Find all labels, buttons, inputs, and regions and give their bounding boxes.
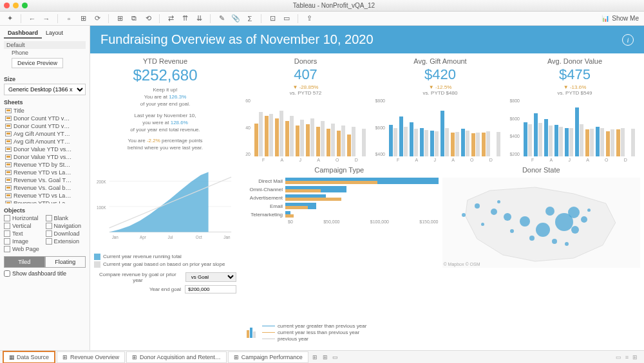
donor-state-map[interactable]: © Mapbox © OSM (442, 178, 641, 268)
toolbar: ✦ ← → ▫ ⊞ ⟳ ⊞ ⧉ ⟲ ⇄ ⇈ ⇊ ✎ 📎 Σ ⊡ ▭ ⇪ 📊 Sh… (0, 12, 644, 26)
rev-l8: behind where you were last year. (94, 144, 236, 151)
sheet-item[interactable]: Revenue YTD vs La… (4, 192, 86, 200)
legend-2: Current year goal based on based on prio… (94, 261, 236, 268)
sheet-item[interactable]: Donor Value YTD vs… (4, 145, 86, 153)
kpi-chart[interactable]: 604020FAJAOD (252, 98, 368, 162)
show-title-checkbox[interactable] (4, 270, 10, 277)
object-item[interactable]: Image (4, 238, 44, 245)
swap-icon[interactable]: ⇄ (166, 14, 175, 23)
new-sheet-icon[interactable]: ⊞ (115, 14, 124, 23)
maximize-icon[interactable] (22, 3, 28, 8)
new-dashboard-icon[interactable]: ⊞ (320, 354, 330, 360)
new-worksheet-icon[interactable]: ⊞ (310, 354, 320, 360)
sheet-icon (5, 193, 12, 198)
yearend-input[interactable] (185, 285, 236, 293)
show-tabs-icon[interactable]: ⊞ (632, 354, 638, 360)
tab-campaign-performance[interactable]: ⊞Campaign Performance (228, 351, 308, 363)
object-item[interactable]: Text (4, 230, 44, 237)
tab-dashboard[interactable]: Dashboard (4, 28, 42, 39)
back-icon[interactable]: ← (28, 14, 37, 23)
device-phone[interactable]: Phone (4, 49, 86, 57)
tiled-button[interactable]: Tiled (4, 256, 45, 268)
tab-donor-acquisition[interactable]: ⊞Donor Acquisition and Retent… (126, 351, 227, 363)
sheet-item[interactable]: Title (4, 107, 86, 115)
dashboard-canvas: Fundraising Overview as of November 10, … (90, 26, 644, 350)
object-item[interactable]: Download (46, 230, 86, 237)
sheet-item[interactable]: Donor Value YTD vs… (4, 153, 86, 161)
device-preview-button[interactable]: Device Preview (12, 58, 63, 68)
rev-l7: You are -2.2% percentage points (94, 137, 236, 144)
compare-label: Compare revenue by goal or prior year (94, 272, 182, 283)
campaign-row[interactable]: Telemarketing (240, 211, 439, 218)
share-icon[interactable]: ⇪ (305, 14, 314, 23)
object-item[interactable]: Vertical (4, 223, 44, 229)
showme-icon[interactable]: 📊 (601, 15, 609, 22)
tab-revenue-overview[interactable]: ⊞Revenue Overview (57, 351, 125, 363)
show-title-label: Show dashboard title (12, 270, 66, 277)
sheet-icon (5, 108, 12, 113)
minimize-icon[interactable] (13, 3, 19, 8)
sheet-item[interactable]: Revenue YTD vs La… (4, 200, 86, 203)
sheet-item[interactable]: Avg Gift Amount YT… (4, 130, 86, 138)
tab-layout[interactable]: Layout (42, 28, 67, 39)
device-default[interactable]: Default (4, 41, 86, 49)
object-icon (4, 238, 10, 245)
sheet-item[interactable]: Revenue YTD vs La… (4, 169, 86, 176)
forward-icon[interactable]: → (42, 14, 51, 23)
bottom-tabs: ▦Data Source ⊞Revenue Overview ⊞Donor Ac… (0, 350, 644, 363)
tab-data-source[interactable]: ▦Data Source (3, 351, 55, 364)
object-item[interactable]: Blank (46, 215, 86, 221)
campaign-row[interactable]: Advertisement (240, 194, 439, 201)
sort-tabs-icon[interactable]: ≡ (625, 354, 629, 360)
sheet-item[interactable]: Revenue YTD by St… (4, 161, 86, 169)
object-item[interactable]: Horizontal (4, 215, 44, 221)
group-icon[interactable]: 📎 (231, 14, 240, 23)
kpi-change: ▼ -13.6% (509, 84, 640, 90)
rev-l2: You are at 126.3% (94, 93, 236, 100)
size-select[interactable]: Generic Desktop (1366 x 7… (4, 84, 86, 95)
campaign-row[interactable]: Direct Mail (240, 178, 439, 184)
object-icon (4, 223, 10, 229)
sheet-item[interactable]: Donor Count YTD v… (4, 122, 86, 130)
kpi-chart[interactable]: $800$600$400$200FAJAOD (521, 98, 638, 162)
clear-icon[interactable]: ⟲ (144, 14, 153, 23)
revenue-area-chart[interactable]: 200K 100K Jan Apr Jul Oct Jan (94, 156, 236, 252)
object-item[interactable]: Navigation (46, 223, 86, 229)
sheet-item[interactable]: Revenue Vs. Goal b… (4, 184, 86, 192)
showme-button[interactable]: Show Me (612, 15, 639, 22)
rev-l6: of your year end total revenue. (94, 126, 236, 133)
new-data-icon[interactable]: ⊞ (79, 14, 88, 23)
presentation-icon[interactable]: ▭ (282, 14, 291, 23)
object-item[interactable]: Web Page (4, 246, 44, 252)
tableau-logo-icon[interactable]: ✦ (5, 14, 14, 23)
close-icon[interactable] (4, 3, 10, 8)
kpi-card: Avg. Gift Amount$420▼ -12.5%vs. PYTD $48… (375, 57, 506, 162)
campaign-row[interactable]: Email (240, 203, 439, 209)
fit-icon[interactable]: ⊡ (268, 14, 277, 23)
sheet-icon (5, 154, 12, 160)
dashboard-icon: ⊞ (234, 354, 240, 360)
object-item[interactable]: Extension (46, 238, 86, 245)
highlight-icon[interactable]: ✎ (217, 14, 226, 23)
sheet-item[interactable]: Revenue Vs. Goal T… (4, 176, 86, 184)
autosave-icon[interactable]: ⟳ (93, 14, 102, 23)
compare-select[interactable]: vs Goal (185, 272, 236, 282)
duplicate-icon[interactable]: ⧉ (129, 14, 138, 23)
save-icon[interactable]: ▫ (64, 14, 73, 23)
sort-desc-icon[interactable]: ⇊ (194, 14, 204, 23)
filmstrip-icon[interactable]: ▭ (616, 354, 621, 360)
object-icon (46, 238, 52, 245)
totals-icon[interactable]: Σ (245, 14, 254, 23)
sort-asc-icon[interactable]: ⇈ (180, 14, 189, 23)
dashboard-icon: ⊞ (62, 354, 68, 360)
size-label: Size (4, 76, 86, 82)
new-story-icon[interactable]: ▭ (330, 354, 341, 360)
kpi-value: $475 (509, 66, 640, 83)
floating-button[interactable]: Floating (45, 256, 86, 268)
campaign-row[interactable]: Omni-Channel (240, 186, 439, 192)
kpi-chart[interactable]: $800$600$400FAJAOD (386, 98, 503, 162)
sheet-item[interactable]: Donor Count YTD v… (4, 115, 86, 122)
rev-l3: of your year end goal. (94, 100, 236, 107)
sheet-item[interactable]: Avg Gift Amount YT… (4, 138, 86, 145)
info-icon[interactable]: i (622, 34, 634, 46)
